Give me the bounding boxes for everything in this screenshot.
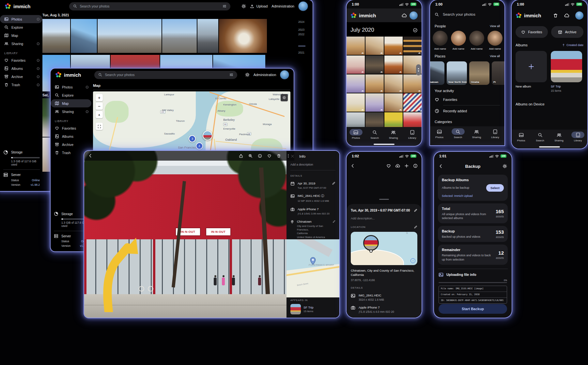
favorite-heart-icon[interactable] [386, 164, 391, 168]
scrubber-handle[interactable] [298, 46, 305, 46]
photo-thumbnail[interactable]: ☁ [365, 37, 384, 55]
home-indicator[interactable] [374, 144, 395, 145]
photo-thumbnail[interactable]: ☁ [403, 74, 422, 93]
location-map[interactable]: San Francisco Ferry i [351, 232, 417, 265]
zoom-in-button[interactable]: + [96, 94, 103, 101]
search-input[interactable]: Search your photos [94, 71, 237, 79]
sidebar-item-trash[interactable]: Trash [0, 81, 42, 89]
nav-sharing[interactable]: Sharing [549, 132, 568, 142]
photo-thumbnail[interactable] [219, 19, 267, 53]
photo-thumbnail[interactable]: ☁ [347, 74, 365, 93]
map-settings-button[interactable] [281, 94, 288, 101]
administration-link[interactable]: Administration [271, 4, 294, 8]
view-all-link[interactable]: View all [490, 24, 500, 28]
edit-pencil-icon[interactable] [332, 182, 335, 185]
sidebar-item-archive[interactable]: Archive [0, 72, 42, 81]
nav-library[interactable]: Library [486, 128, 504, 139]
person-item[interactable]: Add name [451, 31, 466, 50]
info-icon[interactable] [413, 164, 418, 168]
photo-map-marker[interactable] [363, 235, 379, 251]
nav-search[interactable]: Search [449, 128, 467, 139]
administration-link[interactable]: Administration [254, 73, 276, 77]
description-input[interactable]: Add a description [290, 163, 335, 166]
places-carousel[interactable]: Chinatown Near North Side Omaha Pi [430, 60, 504, 85]
description-input[interactable]: Add description... [351, 216, 417, 220]
favorites-button[interactable]: Favorites [516, 26, 548, 38]
activity-recently-added[interactable]: Recently added [430, 106, 504, 116]
gear-icon[interactable] [503, 164, 507, 168]
place-card[interactable]: Near North Side [447, 61, 467, 85]
photo-thumbnail[interactable]: ☁ [365, 56, 384, 74]
location-name[interactable]: Chinatown [297, 220, 330, 223]
timeline-scrubber[interactable]: 2024 2023 2022 2021 [298, 17, 309, 56]
home-indicator[interactable] [539, 146, 560, 148]
nav-photos[interactable]: Photos [430, 128, 449, 139]
sidebar-item-archive[interactable]: Archive [51, 140, 91, 149]
map-info-icon[interactable]: i [410, 258, 415, 263]
sidebar-item-photos[interactable]: Photos [0, 15, 42, 23]
immich-logo[interactable]: immich [5, 3, 31, 9]
sidebar-item-explore[interactable]: Explore [0, 23, 42, 31]
add-name-label[interactable]: Add name [471, 47, 483, 50]
map-cluster-marker[interactable]: 4 [196, 142, 203, 150]
trash-icon[interactable] [553, 13, 558, 18]
share-icon[interactable] [239, 154, 243, 158]
add-name-label[interactable]: Add name [453, 47, 464, 50]
sidebar-item-explore[interactable]: Explore [51, 91, 91, 99]
theme-toggle-button[interactable] [241, 4, 246, 8]
nav-library[interactable]: Library [568, 132, 587, 142]
nav-photos[interactable]: Photos [347, 129, 365, 139]
info-icon[interactable] [258, 154, 262, 158]
person-item[interactable]: Add name [433, 31, 448, 50]
user-avatar[interactable] [410, 11, 418, 20]
upload-button[interactable]: Upload [250, 4, 268, 8]
photo-thumbnail[interactable]: ☁ [365, 74, 384, 93]
sidebar-item-albums[interactable]: Albums [51, 132, 91, 140]
activity-favorites[interactable]: Favorites [430, 95, 504, 104]
photo-thumbnail[interactable]: ☁ [347, 93, 365, 112]
location-map[interactable]: FISHERMAN'S WHARF Beach Street [286, 239, 339, 297]
photo-detail-image[interactable]: IN-N-OUT IN-N-OUT [84, 151, 286, 318]
photo-thumbnail[interactable]: ☁ [384, 93, 403, 112]
back-icon[interactable] [439, 164, 443, 168]
back-icon[interactable] [88, 153, 93, 158]
nav-sharing[interactable]: Sharing [384, 129, 403, 139]
immich-logo[interactable]: immich [516, 12, 541, 19]
new-album-tile[interactable]: New album [516, 51, 547, 92]
nav-photos[interactable]: Photos [512, 132, 531, 142]
sidebar-item-map[interactable]: Map [51, 99, 91, 107]
place-card[interactable]: Pi [492, 61, 504, 85]
search-input[interactable]: Search your photos [430, 8, 504, 20]
person-item[interactable]: Add name [487, 31, 503, 50]
cloud-sync-icon[interactable] [564, 13, 569, 18]
add-name-label[interactable]: Add name [489, 47, 501, 50]
cloud-upload-icon[interactable] [395, 164, 400, 168]
new-album-box[interactable] [516, 51, 547, 82]
add-icon[interactable] [404, 164, 409, 168]
more-options-icon[interactable] [286, 154, 290, 158]
fullscreen-button[interactable] [96, 123, 103, 130]
start-backup-button[interactable]: Start Backup [439, 304, 507, 314]
photo-thumbnail[interactable] [98, 19, 162, 53]
photo-thumbnail[interactable]: ☁ [403, 37, 422, 55]
nav-sharing[interactable]: Sharing [467, 128, 486, 139]
photo-thumbnail[interactable]: ☁ [347, 56, 365, 74]
photo-thumbnail[interactable]: ☁ [384, 74, 403, 93]
nav-search[interactable]: Search [365, 129, 384, 139]
album-cover[interactable] [551, 51, 582, 82]
select-button[interactable]: Select [486, 184, 504, 192]
select-all-check-icon[interactable] [413, 28, 418, 33]
sidebar-item-albums[interactable]: Albums [0, 64, 42, 72]
photo-thumbnail[interactable] [71, 19, 97, 53]
user-avatar[interactable] [298, 1, 308, 11]
search-input[interactable]: Search your photos [69, 2, 230, 10]
filter-sliders-icon[interactable] [223, 4, 226, 8]
photo-thumbnail[interactable]: ☁ [384, 56, 403, 74]
sheet-drag-handle[interactable] [379, 199, 389, 200]
user-avatar[interactable] [575, 11, 583, 20]
zoom-icon[interactable] [248, 154, 253, 158]
photo-thumbnail[interactable] [197, 19, 218, 53]
nav-library[interactable]: Library [403, 129, 422, 139]
sidebar-item-photos[interactable]: Photos [51, 83, 91, 91]
scrollbar-handle[interactable]: ▲▼ [416, 64, 421, 75]
